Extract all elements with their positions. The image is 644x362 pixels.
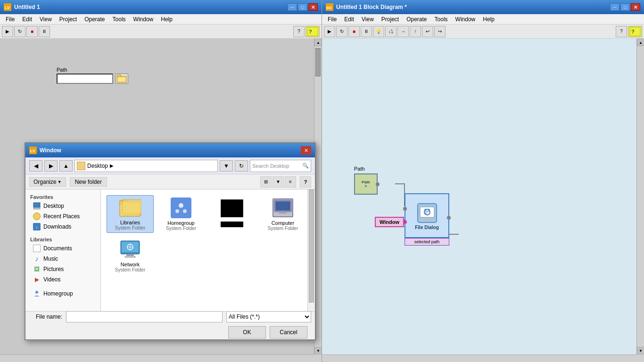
svg-rect-5 <box>117 75 121 77</box>
file-list-area[interactable]: Libraries System Folder <box>101 189 315 311</box>
bd-highlight-button[interactable]: 💡 <box>373 26 384 37</box>
svg-rect-37 <box>421 218 427 220</box>
bd-scroll-down[interactable]: ▼ <box>637 347 644 354</box>
selected-path-output: selected path <box>405 238 449 246</box>
minimize-button[interactable]: ─ <box>288 3 297 11</box>
list-item-homegroup[interactable]: Homegroup System Folder <box>157 195 205 233</box>
bd-help-button[interactable]: ? <box>616 26 627 37</box>
bd-step-out[interactable]: ↑ <box>410 26 421 37</box>
view-dropdown-btn[interactable]: ▼ <box>272 176 284 188</box>
menu-project[interactable]: Project <box>56 15 81 24</box>
bd-run-button[interactable]: ▶ <box>324 26 335 37</box>
scroll-down[interactable]: ▼ <box>314 347 322 354</box>
sidebar-item-pictures[interactable]: 🖼 Pictures <box>25 264 100 274</box>
menu-tools[interactable]: Tools <box>109 15 130 24</box>
sidebar-item-videos[interactable]: ▶ Videos <box>25 274 100 285</box>
bd-canvas[interactable]: Path Path ⊕ Window <box>322 39 644 362</box>
bd-run-cont-button[interactable]: ↻ <box>336 26 347 37</box>
bd-step-into[interactable]: ↓⤵ <box>385 26 396 37</box>
front-panel-title: Untitled 1 <box>14 4 288 10</box>
scroll-thumb[interactable] <box>315 48 321 76</box>
recent-label: Recent Places <box>43 213 80 220</box>
run-button[interactable]: ▶ <box>2 26 13 37</box>
bd-minimize-button[interactable]: ─ <box>610 3 619 11</box>
cancel-button[interactable]: Cancel <box>270 326 307 338</box>
sidebar-item-music[interactable]: ♪ Music <box>25 254 100 264</box>
menu-window[interactable]: Window <box>130 15 157 24</box>
sidebar-item-downloads[interactable]: ↓ Downloads <box>25 222 100 232</box>
back-button[interactable]: ◀ <box>29 160 42 172</box>
list-item-libraries[interactable]: Libraries System Folder <box>107 195 154 233</box>
up-button[interactable]: ▲ <box>59 160 73 172</box>
bd-menu-tools[interactable]: Tools <box>431 15 452 24</box>
organize-button[interactable]: Organize ▼ <box>29 177 66 187</box>
file-dialog-node: File Dialog <box>405 193 449 238</box>
search-box[interactable]: Search Desktop 🔍 <box>250 160 311 172</box>
ok-button[interactable]: OK <box>228 326 266 338</box>
bd-vertical-scrollbar[interactable]: ▲ ▼ <box>636 39 644 354</box>
bd-menu-file[interactable]: File <box>324 15 340 24</box>
file-area-scrollbar[interactable] <box>307 189 315 311</box>
bd-step-over[interactable]: → <box>397 26 409 37</box>
file-area-scroll-thumb[interactable] <box>309 189 314 303</box>
bd-menu-help[interactable]: Help <box>479 15 498 24</box>
sidebar-item-homegroup[interactable]: Homegroup <box>25 288 100 299</box>
help-icon-button[interactable]: ? <box>300 176 311 188</box>
bd-menu-project[interactable]: Project <box>378 15 403 24</box>
maximize-button[interactable]: □ <box>298 3 307 11</box>
run-continuously-button[interactable]: ↻ <box>14 26 25 37</box>
bd-undo[interactable]: ↩ <box>422 26 433 37</box>
forward-button[interactable]: ▶ <box>44 160 58 172</box>
svg-text:LV: LV <box>30 148 35 153</box>
bd-close-button[interactable]: ✕ <box>631 3 640 11</box>
menu-help[interactable]: Help <box>157 15 176 24</box>
file-dialog-bd-block[interactable]: File Dialog selected path <box>405 193 449 246</box>
help-button[interactable]: ? <box>293 26 305 37</box>
menu-file[interactable]: File <box>2 15 18 24</box>
list-item-network[interactable]: Network System Folder <box>107 237 154 274</box>
filename-input[interactable] <box>66 311 223 322</box>
path-input[interactable] <box>57 74 113 84</box>
file-dialog-close-button[interactable]: ✕ <box>301 146 311 155</box>
location-bar[interactable]: Desktop ▶ <box>74 160 218 172</box>
redacted-folder-icon <box>221 197 243 220</box>
path-node-block[interactable]: Path ⊕ <box>354 173 378 195</box>
abort-button[interactable]: ■ <box>26 26 38 37</box>
list-item-redacted[interactable] <box>208 195 256 233</box>
list-item-computer[interactable]: Computer System Folder <box>259 195 306 233</box>
horizontal-scrollbar[interactable] <box>0 354 314 362</box>
search-placeholder: Search Desktop <box>252 163 289 169</box>
libraries-header: Libraries <box>25 236 100 243</box>
location-dropdown-btn[interactable]: ▼ <box>220 160 233 172</box>
menu-operate[interactable]: Operate <box>81 15 108 24</box>
libraries-section: Libraries Documents ♪ Music 🖼 <box>25 236 100 285</box>
menu-edit[interactable]: Edit <box>18 15 36 24</box>
bd-pause-button[interactable]: ⏸ <box>361 26 372 37</box>
refresh-button[interactable]: ↻ <box>235 160 248 172</box>
bd-maximize-button[interactable]: □ <box>620 3 630 11</box>
computer-big-icon <box>272 197 294 218</box>
bd-abort-button[interactable]: ■ <box>348 26 360 37</box>
bd-menu-operate[interactable]: Operate <box>403 15 430 24</box>
menu-view[interactable]: View <box>36 15 56 24</box>
bd-menu-edit[interactable]: Edit <box>340 15 358 24</box>
bd-menu-window[interactable]: Window <box>452 15 479 24</box>
sidebar-item-documents[interactable]: Documents <box>25 243 100 254</box>
bd-menu-view[interactable]: View <box>358 15 378 24</box>
path-browse-button[interactable] <box>115 74 128 84</box>
new-folder-button[interactable]: New folder <box>70 177 107 187</box>
front-panel-content: Path ▲ <box>0 39 322 362</box>
sidebar-item-desktop[interactable]: Desktop <box>25 201 100 211</box>
scroll-up[interactable]: ▲ <box>314 39 322 46</box>
bd-context-help[interactable]: ? <box>628 26 642 37</box>
context-help-icon[interactable]: ? <box>305 26 320 37</box>
close-button[interactable]: ✕ <box>308 3 318 11</box>
view-mode-btn[interactable]: ⊞ <box>260 176 272 188</box>
bd-horizontal-scrollbar[interactable] <box>322 354 636 362</box>
bd-redo[interactable]: ↪ <box>434 26 446 37</box>
sidebar-item-recent[interactable]: Recent Places <box>25 211 100 222</box>
view-details-btn[interactable]: ≡ <box>285 176 296 188</box>
pause-button[interactable]: ⏸ <box>39 26 50 37</box>
filetype-select[interactable]: All Files (*.*) <box>226 311 311 322</box>
bd-scroll-up[interactable]: ▲ <box>637 39 644 46</box>
